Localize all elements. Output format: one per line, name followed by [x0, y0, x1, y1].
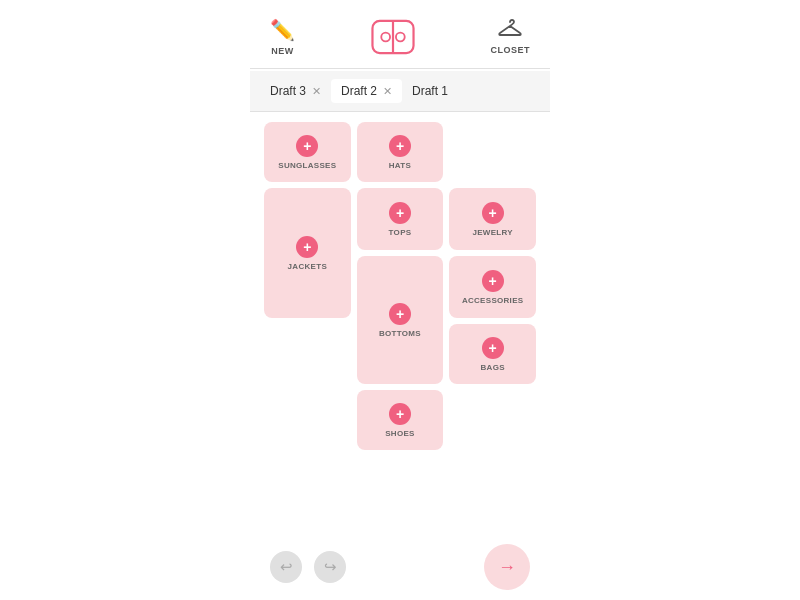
- tab-draft2-label: Draft 2: [341, 84, 377, 98]
- tab-draft3[interactable]: Draft 3 ✕: [260, 79, 331, 103]
- tile-jewelry[interactable]: + JEWELRY: [449, 188, 536, 250]
- new-label: NEW: [271, 46, 294, 56]
- plus-accessories[interactable]: +: [482, 270, 504, 292]
- divider: [250, 68, 550, 69]
- undo-redo-group: ↩ ↪: [270, 551, 346, 583]
- tile-sunglasses[interactable]: + SUNGLASSES: [264, 122, 351, 182]
- tile-shoes[interactable]: + SHOES: [357, 390, 444, 450]
- label-hats: HATS: [389, 161, 411, 170]
- label-jackets: JACKETS: [288, 262, 327, 271]
- label-bottoms: BOTTOMS: [379, 329, 421, 338]
- tab-draft3-label: Draft 3: [270, 84, 306, 98]
- tile-bottoms[interactable]: + BOTTOMS: [357, 256, 444, 384]
- plus-hats[interactable]: +: [389, 135, 411, 157]
- plus-sunglasses[interactable]: +: [296, 135, 318, 157]
- undo-button[interactable]: ↩: [270, 551, 302, 583]
- tab-draft2[interactable]: Draft 2 ✕: [331, 79, 402, 103]
- tile-bags[interactable]: + BAGS: [449, 324, 536, 384]
- tile-jackets[interactable]: + JACKETS: [264, 188, 351, 318]
- next-icon: →: [498, 557, 516, 578]
- tile-accessories[interactable]: + ACCESSORIES: [449, 256, 536, 318]
- label-jewelry: JEWELRY: [472, 228, 512, 237]
- plus-jewelry[interactable]: +: [482, 202, 504, 224]
- app-container: ✏️ NEW CLOSET Draft 3 ✕ Draft 2 ✕: [250, 0, 550, 600]
- redo-icon: ↪: [324, 558, 337, 576]
- logo-icon: [371, 19, 415, 55]
- tab-draft3-close[interactable]: ✕: [312, 85, 321, 98]
- label-shoes: SHOES: [385, 429, 415, 438]
- tabs-bar: Draft 3 ✕ Draft 2 ✕ Draft 1: [250, 71, 550, 112]
- tab-draft1[interactable]: Draft 1: [402, 79, 458, 103]
- tab-draft2-close[interactable]: ✕: [383, 85, 392, 98]
- logo-nav-item[interactable]: [371, 19, 415, 55]
- category-grid: + SUNGLASSES + HATS + JACKETS + TOPS + J…: [264, 122, 536, 450]
- closet-nav-item[interactable]: CLOSET: [490, 19, 530, 55]
- plus-bags[interactable]: +: [482, 337, 504, 359]
- undo-icon: ↩: [280, 558, 293, 576]
- tile-tops[interactable]: + TOPS: [357, 188, 444, 250]
- top-nav: ✏️ NEW CLOSET: [250, 0, 550, 68]
- redo-button[interactable]: ↪: [314, 551, 346, 583]
- bottom-controls: ↩ ↪ →: [250, 534, 550, 600]
- tile-hats[interactable]: + HATS: [357, 122, 444, 182]
- tab-draft1-label: Draft 1: [412, 84, 448, 98]
- svg-point-3: [396, 33, 405, 42]
- closet-label: CLOSET: [490, 45, 530, 55]
- plus-jackets[interactable]: +: [296, 236, 318, 258]
- label-accessories: ACCESSORIES: [462, 296, 524, 305]
- new-nav-item[interactable]: ✏️ NEW: [270, 18, 295, 56]
- label-bags: BAGS: [480, 363, 504, 372]
- plus-shoes[interactable]: +: [389, 403, 411, 425]
- plus-bottoms[interactable]: +: [389, 303, 411, 325]
- next-button[interactable]: →: [484, 544, 530, 590]
- label-tops: TOPS: [389, 228, 412, 237]
- grid-area: + SUNGLASSES + HATS + JACKETS + TOPS + J…: [250, 112, 550, 534]
- svg-point-2: [381, 33, 390, 42]
- pencil-icon: ✏️: [270, 18, 295, 42]
- plus-tops[interactable]: +: [389, 202, 411, 224]
- label-sunglasses: SUNGLASSES: [278, 161, 336, 170]
- hanger-icon: [498, 19, 522, 41]
